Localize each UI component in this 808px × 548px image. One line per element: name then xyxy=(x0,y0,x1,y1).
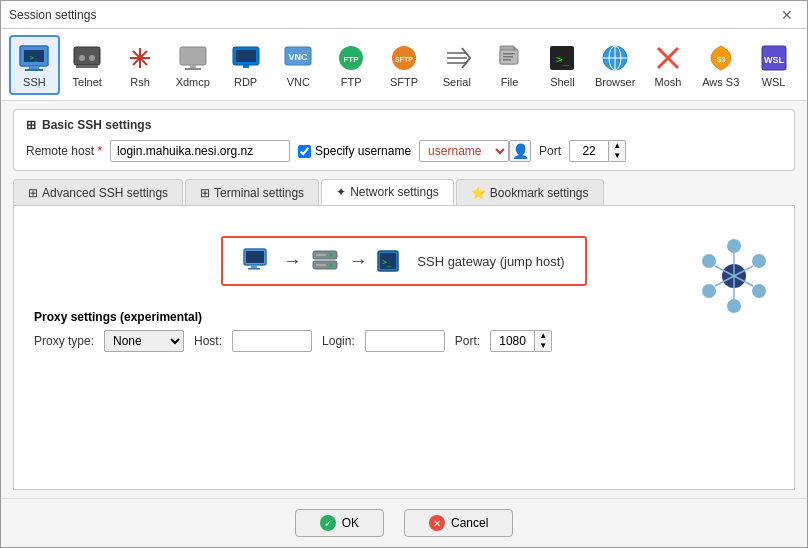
protocol-awss3-label: Aws S3 xyxy=(702,76,739,88)
protocol-mosh[interactable]: Mosh xyxy=(643,35,694,95)
svg-point-50 xyxy=(702,284,716,298)
svg-text:>_: >_ xyxy=(30,54,39,62)
tab-content: → → xyxy=(13,206,795,490)
remote-host-row: Remote host * Specify username username … xyxy=(26,140,782,162)
proxy-port-input[interactable] xyxy=(490,330,535,352)
protocol-rdp-label: RDP xyxy=(234,76,257,88)
remote-host-input[interactable] xyxy=(110,140,290,162)
port-label: Port xyxy=(539,144,561,158)
mosh-icon xyxy=(652,42,684,74)
protocol-ftp[interactable]: FTP FTP xyxy=(326,35,377,95)
port-increment-button[interactable]: ▲ xyxy=(609,141,625,151)
basic-ssh-title: Basic SSH settings xyxy=(42,118,151,132)
rdp-icon xyxy=(230,42,262,74)
window-title: Session settings xyxy=(9,8,96,22)
svg-rect-15 xyxy=(185,68,201,70)
proxy-host-label: Host: xyxy=(194,334,222,348)
protocol-telnet[interactable]: Telnet xyxy=(62,35,113,95)
tab-bookmark[interactable]: ⭐ Bookmark settings xyxy=(456,179,604,205)
protocol-rsh[interactable]: Rsh xyxy=(115,35,166,95)
cancel-label: Cancel xyxy=(451,516,488,530)
ok-label: OK xyxy=(342,516,359,530)
protocol-browser[interactable]: Browser xyxy=(590,35,641,95)
specify-username-label: Specify username xyxy=(298,144,411,158)
protocol-wsl-label: WSL xyxy=(762,76,786,88)
network-tab-icon: ✦ xyxy=(336,185,346,199)
specify-username-checkbox[interactable] xyxy=(298,145,311,158)
jump-host-banner[interactable]: → → xyxy=(221,236,586,286)
jump-host-label: SSH gateway (jump host) xyxy=(417,254,564,269)
protocol-ssh-label: SSH xyxy=(23,76,46,88)
session-settings-window: Session settings ✕ >_ SSH xyxy=(0,0,808,548)
svg-point-65 xyxy=(329,263,333,267)
content-area: ⊞ Basic SSH settings Remote host * Speci… xyxy=(1,101,807,498)
ok-icon: ✓ xyxy=(320,515,336,531)
proxy-type-select[interactable]: None HTTP SOCKS4 SOCKS5 xyxy=(104,330,184,352)
protocol-serial[interactable]: Serial xyxy=(431,35,482,95)
svg-rect-18 xyxy=(243,65,249,68)
tabs-row: ⊞ Advanced SSH settings ⊞ Terminal setti… xyxy=(13,179,795,206)
port-input[interactable] xyxy=(569,140,609,162)
ok-button[interactable]: ✓ OK xyxy=(295,509,384,537)
network-dots-decoration xyxy=(694,236,774,316)
remote-host-label: Remote host * xyxy=(26,144,102,158)
port-spinbox-buttons: ▲ ▼ xyxy=(609,140,626,162)
protocol-file[interactable]: File xyxy=(484,35,535,95)
tab-network[interactable]: ✦ Network settings xyxy=(321,179,454,205)
bookmark-tab-label: Bookmark settings xyxy=(490,186,589,200)
port-spinbox: ▲ ▼ xyxy=(569,140,626,162)
username-select[interactable]: username xyxy=(419,140,509,162)
basic-ssh-icon: ⊞ xyxy=(26,118,36,132)
protocol-shell-label: Shell xyxy=(550,76,574,88)
cancel-button[interactable]: ✕ Cancel xyxy=(404,509,513,537)
protocol-xdmcp[interactable]: Xdmcp xyxy=(167,35,218,95)
username-browse-button[interactable]: 👤 xyxy=(509,140,531,162)
tab-advanced-ssh[interactable]: ⊞ Advanced SSH settings xyxy=(13,179,183,205)
tab-terminal[interactable]: ⊞ Terminal settings xyxy=(185,179,319,205)
port-decrement-button[interactable]: ▼ xyxy=(609,151,625,161)
svg-point-47 xyxy=(752,254,766,268)
svg-point-49 xyxy=(727,299,741,313)
close-button[interactable]: ✕ xyxy=(775,5,799,25)
svg-point-64 xyxy=(329,253,333,257)
proxy-port-increment[interactable]: ▲ xyxy=(535,331,551,341)
protocol-rdp[interactable]: RDP xyxy=(220,35,271,95)
advanced-ssh-tab-icon: ⊞ xyxy=(28,186,38,200)
svg-rect-17 xyxy=(236,50,256,62)
proxy-section-title: Proxy settings (experimental) xyxy=(34,310,552,324)
proxy-login-input[interactable] xyxy=(365,330,445,352)
wsl-icon: WSL xyxy=(758,42,790,74)
proxy-type-label: Proxy type: xyxy=(34,334,94,348)
protocol-mosh-label: Mosh xyxy=(655,76,682,88)
proxy-port-spinbox: ▲ ▼ xyxy=(490,330,552,352)
proxy-row: Proxy type: None HTTP SOCKS4 SOCKS5 Host… xyxy=(34,330,552,352)
username-combo: username 👤 xyxy=(419,140,531,162)
file-icon xyxy=(494,42,526,74)
svg-text:VNC: VNC xyxy=(289,52,309,62)
svg-rect-33 xyxy=(503,59,511,61)
server-icon xyxy=(311,248,339,274)
protocol-sftp[interactable]: SFTP SFTP xyxy=(379,35,430,95)
protocol-ssh[interactable]: >_ SSH xyxy=(9,35,60,95)
protocol-file-label: File xyxy=(501,76,519,88)
svg-rect-66 xyxy=(316,254,326,256)
protocol-ftp-label: FTP xyxy=(341,76,362,88)
svg-text:SFTP: SFTP xyxy=(395,56,413,63)
protocol-vnc[interactable]: VNC VNC xyxy=(273,35,324,95)
protocol-awss3[interactable]: S3 Aws S3 xyxy=(695,35,746,95)
svg-point-8 xyxy=(89,55,95,61)
vnc-icon: VNC xyxy=(282,42,314,74)
svg-text:>_: >_ xyxy=(382,258,392,267)
protocol-shell[interactable]: >_ Shell xyxy=(537,35,588,95)
proxy-host-input[interactable] xyxy=(232,330,312,352)
protocol-wsl[interactable]: WSL WSL xyxy=(748,35,799,95)
proxy-port-decrement[interactable]: ▼ xyxy=(535,341,551,351)
terminal-tab-label: Terminal settings xyxy=(214,186,304,200)
arrow-icon-1: → xyxy=(283,251,301,272)
basic-ssh-section: ⊞ Basic SSH settings Remote host * Speci… xyxy=(13,109,795,171)
terminal-icon: >_ xyxy=(377,248,399,274)
svg-rect-32 xyxy=(503,56,513,58)
serial-icon xyxy=(441,42,473,74)
awss3-icon: S3 xyxy=(705,42,737,74)
svg-point-46 xyxy=(727,239,741,253)
